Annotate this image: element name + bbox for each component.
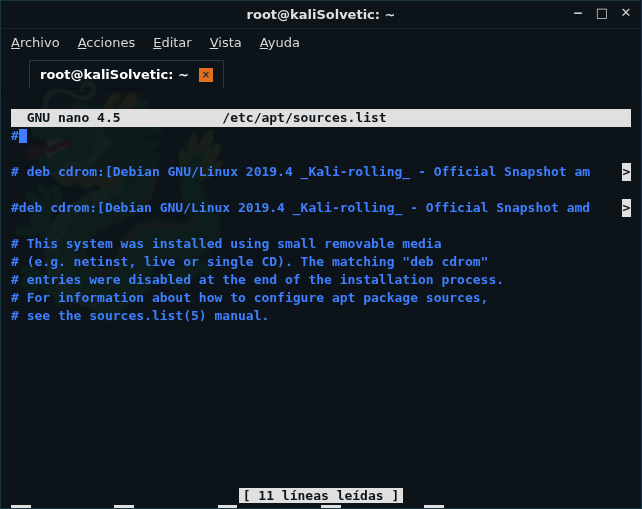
editor-line (11, 181, 631, 199)
menu-editar[interactable]: Editar (153, 35, 192, 50)
editor-line: #deb cdrom:[Debian GNU/Linux 2019.4 _Kal… (11, 199, 631, 217)
nano-status-line: [ 11 líneas leídas ] (11, 487, 631, 505)
tabbar: root@kaliSolvetic: ~ × (1, 56, 641, 89)
shortcut-help: ^G Ver ayuda (11, 505, 114, 509)
editor-line: # For information about how to configure… (11, 289, 631, 307)
minimize-button[interactable]: ‒ (571, 5, 585, 19)
close-button[interactable]: ✕ (619, 5, 633, 19)
window-controls: ‒ □ ✕ (571, 5, 633, 19)
nano-header-bar: GNU nano 4.5 /etc/apt/sources.list (11, 109, 631, 127)
nano-app-name: GNU nano 4.5 (11, 110, 121, 125)
maximize-button[interactable]: □ (595, 5, 609, 19)
editor-line-cursor: # (11, 127, 631, 145)
nano-file-path: /etc/apt/sources.list (222, 110, 386, 125)
shortcut-justify: ^J Justificar (424, 505, 527, 509)
editor-empty-area (11, 325, 631, 487)
editor-line: # see the sources.list(5) manual. (11, 307, 631, 325)
nano-shortcut-bar: ^G Ver ayuda ^O Guardar ^W Buscar ^K Cor… (11, 505, 631, 509)
menu-archivo[interactable]: Archivo (11, 35, 60, 50)
editor-line (11, 217, 631, 235)
menu-ayuda[interactable]: Ayuda (260, 35, 300, 50)
editor-line: # This system was installed using small … (11, 235, 631, 253)
editor-line (11, 145, 631, 163)
overflow-indicator: > (622, 199, 631, 217)
terminal-viewport[interactable]: 🐉 GNU nano 4.5 /etc/apt/sources.list # #… (1, 89, 641, 506)
text-cursor (19, 129, 27, 143)
editor-line: # entries were disabled at the end of th… (11, 271, 631, 289)
window-title: root@kaliSolvetic: ~ (247, 7, 396, 22)
menu-acciones[interactable]: Acciones (78, 35, 136, 50)
editor-line: # deb cdrom:[Debian GNU/Linux 2019.4 _Ka… (11, 163, 631, 181)
status-message: [ 11 líneas leídas ] (239, 488, 404, 503)
editor-line: # (e.g. netinst, live or single CD). The… (11, 253, 631, 271)
shortcut-search: ^W Buscar (218, 505, 321, 509)
tab-close-icon[interactable]: × (199, 68, 213, 82)
overflow-indicator: > (622, 163, 631, 181)
shortcut-save: ^O Guardar (114, 505, 217, 509)
tab-label: root@kaliSolvetic: ~ (40, 67, 189, 82)
menubar: Archivo Acciones Editar Vista Ayuda (1, 29, 641, 56)
titlebar: root@kaliSolvetic: ~ ‒ □ ✕ (1, 1, 641, 29)
shortcut-cut: ^K Cortar (321, 505, 424, 509)
terminal-tab[interactable]: root@kaliSolvetic: ~ × (29, 60, 224, 88)
menu-vista[interactable]: Vista (210, 35, 242, 50)
